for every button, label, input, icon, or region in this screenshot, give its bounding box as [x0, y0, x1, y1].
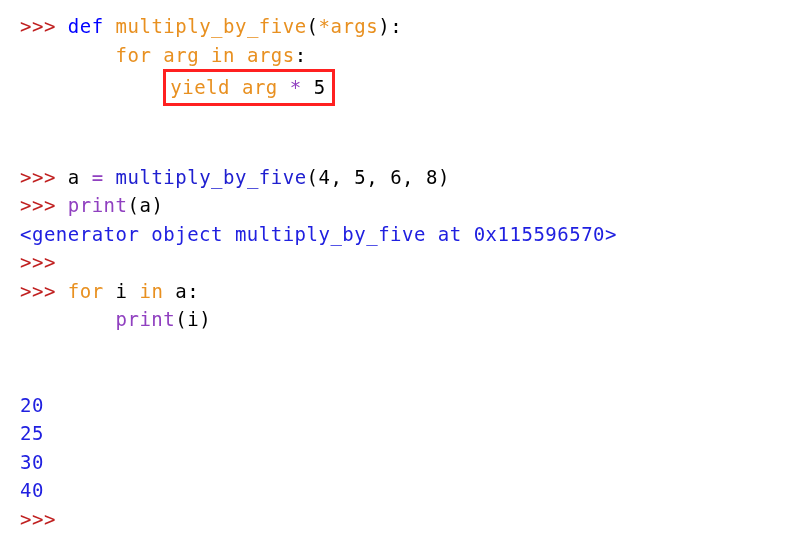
var-arg: arg: [242, 76, 278, 98]
number-five: 5: [314, 76, 326, 98]
var-arg: arg: [163, 44, 199, 66]
call-arguments: 4, 5, 6, 8: [319, 166, 438, 188]
colon: :: [187, 280, 199, 302]
keyword-for: for: [116, 44, 152, 66]
lparen: (: [127, 194, 139, 216]
code-line-final: >>>: [20, 505, 788, 534]
print-builtin: print: [116, 308, 176, 330]
output-value: 25: [20, 419, 788, 448]
code-line-6: >>>: [20, 248, 788, 277]
continuation-spaces: [20, 76, 68, 98]
rparen: ): [151, 194, 163, 216]
blank-line: [20, 106, 788, 135]
blank-line: [20, 334, 788, 363]
blank-line: [20, 362, 788, 391]
lparen: (: [307, 15, 319, 37]
rparen: ): [438, 166, 450, 188]
continuation-spaces: [20, 308, 68, 330]
var-args: args: [247, 44, 295, 66]
colon: :: [390, 15, 402, 37]
multiply-op: *: [290, 76, 302, 98]
keyword-for: for: [68, 280, 104, 302]
print-builtin: print: [68, 194, 128, 216]
code-line-8: print(i): [20, 305, 788, 334]
keyword-in: in: [139, 280, 163, 302]
output-value: 20: [20, 391, 788, 420]
code-line-4: >>> a = multiply_by_five(4, 5, 6, 8): [20, 163, 788, 192]
highlight-box: yield arg * 5: [163, 69, 334, 106]
var-a: a: [175, 280, 187, 302]
keyword-def: def: [68, 15, 104, 37]
function-name: multiply_by_five: [116, 15, 307, 37]
continuation-spaces: [20, 44, 68, 66]
prompt: >>>: [20, 508, 56, 530]
blank-line: [20, 134, 788, 163]
prompt: >>>: [20, 166, 56, 188]
output-value: 30: [20, 448, 788, 477]
code-line-5: >>> print(a): [20, 191, 788, 220]
keyword-yield: yield: [170, 76, 230, 98]
prompt: >>>: [20, 15, 56, 37]
code-line-3: yield arg * 5: [20, 69, 788, 106]
function-call: multiply_by_five: [116, 166, 307, 188]
print-arg: i: [187, 308, 199, 330]
colon: :: [295, 44, 307, 66]
code-line-7: >>> for i in a:: [20, 277, 788, 306]
code-line-2: for arg in args:: [20, 41, 788, 70]
lparen: (: [307, 166, 319, 188]
star-args: *args: [319, 15, 379, 37]
lparen: (: [175, 308, 187, 330]
prompt: >>>: [20, 251, 56, 273]
prompt: >>>: [20, 194, 56, 216]
keyword-in: in: [211, 44, 235, 66]
output-value: 40: [20, 476, 788, 505]
rparen: ): [199, 308, 211, 330]
output-generator-repr: <generator object multiply_by_five at 0x…: [20, 220, 788, 249]
assign-op: =: [80, 166, 116, 188]
var-a: a: [68, 166, 80, 188]
print-arg: a: [139, 194, 151, 216]
var-i: i: [116, 280, 128, 302]
code-line-1: >>> def multiply_by_five(*args):: [20, 12, 788, 41]
rparen: ): [378, 15, 390, 37]
prompt: >>>: [20, 280, 56, 302]
